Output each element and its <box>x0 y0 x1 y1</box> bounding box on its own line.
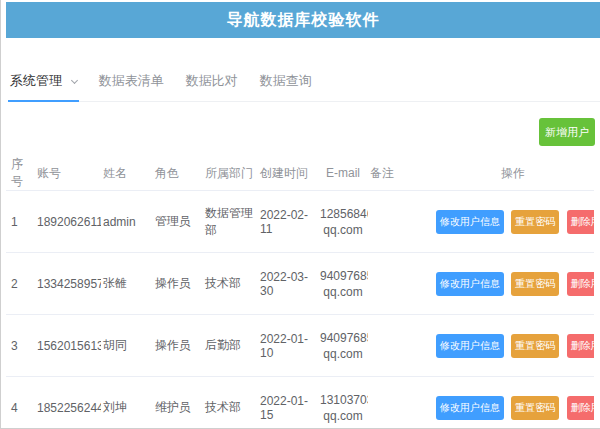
reset-password-button[interactable]: 重置密码 <box>511 210 559 234</box>
table-row: 2 13342589575 张雒 操作员 技术部 2022-03-30 9409… <box>6 253 594 315</box>
cell-remark <box>368 377 432 429</box>
cell-email: 1285684646@qq.com <box>318 191 368 253</box>
column-header: 序号 <box>6 156 35 191</box>
nav-tab-1[interactable]: 系统管理 <box>8 64 79 101</box>
cell-actions: 修改用户信息 重置密码 删除用户 <box>432 377 594 429</box>
app-title: 导航数据库校验软件 <box>227 10 380 31</box>
cell-account: 13342589575 <box>35 253 101 315</box>
column-header: E-mail <box>318 156 368 191</box>
delete-user-button[interactable]: 删除用户 <box>567 210 594 234</box>
cell-role: 操作员 <box>153 253 203 315</box>
nav-tab-label: 数据表清单 <box>99 73 164 88</box>
column-header: 操作 <box>432 156 594 191</box>
nav-tabs: 系统管理 数据表清单 数据比对 数据查询 <box>8 64 600 102</box>
reset-password-button[interactable]: 重置密码 <box>511 396 559 420</box>
users-table-body: 1 18920626110 admin 管理员 数据管理部 2022-02-11… <box>6 191 594 429</box>
cell-name: 胡同 <box>101 315 153 377</box>
nav-tab-label: 系统管理 <box>10 73 62 88</box>
cell-created: 2022-02-11 <box>258 191 318 253</box>
cell-account: 18522562445 <box>35 377 101 429</box>
nav-tab-label: 数据比对 <box>186 73 238 88</box>
cell-remark <box>368 191 432 253</box>
cell-role: 维护员 <box>153 377 203 429</box>
cell-email: 1310370368@qq.com <box>318 377 368 429</box>
cell-created: 2022-03-30 <box>258 253 318 315</box>
nav-tab-label: 数据查询 <box>260 73 312 88</box>
cell-no: 1 <box>6 191 35 253</box>
edit-user-button[interactable]: 修改用户信息 <box>436 396 504 420</box>
cell-email: 940976854@qq.com <box>318 253 368 315</box>
cell-actions: 修改用户信息 重置密码 删除用户 <box>432 315 594 377</box>
delete-user-button[interactable]: 删除用户 <box>567 272 594 296</box>
cell-role: 操作员 <box>153 315 203 377</box>
cell-role: 管理员 <box>153 191 203 253</box>
cell-remark <box>368 253 432 315</box>
column-header: 账号 <box>35 156 101 191</box>
cell-email: 940976854@qq.com <box>318 315 368 377</box>
app-window: 导航数据库校验软件 系统管理 数据表清单 数据比对 数据查询 新增用户 序号账号… <box>0 0 600 429</box>
edit-user-button[interactable]: 修改用户信息 <box>436 210 504 234</box>
edit-user-button[interactable]: 修改用户信息 <box>436 334 504 358</box>
cell-name: 张雒 <box>101 253 153 315</box>
table-header-row: 序号账号姓名角色所属部门创建时间E-mail备注操作 <box>6 156 594 191</box>
column-header: 备注 <box>368 156 432 191</box>
users-table: 序号账号姓名角色所属部门创建时间E-mail备注操作 1 18920626110… <box>6 156 594 429</box>
reset-password-button[interactable]: 重置密码 <box>511 334 559 358</box>
cell-department: 后勤部 <box>203 315 258 377</box>
cell-no: 3 <box>6 315 35 377</box>
reset-password-button[interactable]: 重置密码 <box>511 272 559 296</box>
cell-department: 数据管理部 <box>203 191 258 253</box>
add-user-button[interactable]: 新增用户 <box>539 118 595 146</box>
nav-tab-2[interactable]: 数据表清单 <box>97 64 166 101</box>
column-header: 所属部门 <box>203 156 258 191</box>
column-header: 角色 <box>153 156 203 191</box>
cell-actions: 修改用户信息 重置密码 删除用户 <box>432 253 594 315</box>
cell-department: 技术部 <box>203 253 258 315</box>
cell-created: 2022-01-15 <box>258 377 318 429</box>
delete-user-button[interactable]: 删除用户 <box>567 396 594 420</box>
cell-account: 15620156131 <box>35 315 101 377</box>
nav-tab-3[interactable]: 数据比对 <box>184 64 240 101</box>
delete-user-button[interactable]: 删除用户 <box>567 334 594 358</box>
column-header: 创建时间 <box>258 156 318 191</box>
toolbar: 新增用户 <box>6 118 595 146</box>
cell-no: 2 <box>6 253 35 315</box>
cell-account: 18920626110 <box>35 191 101 253</box>
chevron-down-icon <box>71 77 78 84</box>
edit-user-button[interactable]: 修改用户信息 <box>436 272 504 296</box>
cell-department: 技术部 <box>203 377 258 429</box>
cell-actions: 修改用户信息 重置密码 删除用户 <box>432 191 594 253</box>
nav-tab-4[interactable]: 数据查询 <box>258 64 314 101</box>
cell-remark <box>368 315 432 377</box>
cell-created: 2022-01-10 <box>258 315 318 377</box>
cell-no: 4 <box>6 377 35 429</box>
table-row: 1 18920626110 admin 管理员 数据管理部 2022-02-11… <box>6 191 594 253</box>
app-header: 导航数据库校验软件 <box>6 2 600 38</box>
cell-name: admin <box>101 191 153 253</box>
table-row: 3 15620156131 胡同 操作员 后勤部 2022-01-10 9409… <box>6 315 594 377</box>
table-row: 4 18522562445 刘坤 维护员 技术部 2022-01-15 1310… <box>6 377 594 429</box>
cell-name: 刘坤 <box>101 377 153 429</box>
column-header: 姓名 <box>101 156 153 191</box>
